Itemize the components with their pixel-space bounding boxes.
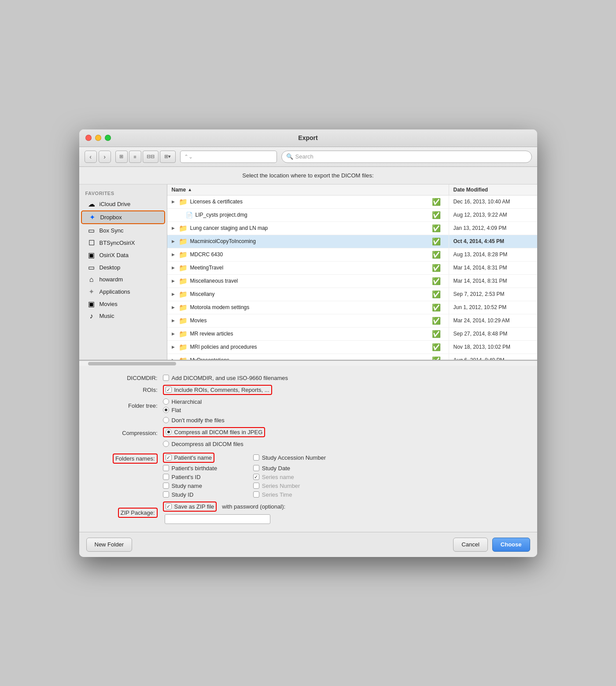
study-id-checkbox[interactable] bbox=[163, 491, 169, 498]
series-number-checkbox[interactable] bbox=[253, 483, 259, 489]
study-name-item: Study name bbox=[163, 483, 236, 489]
patient-id-checkbox[interactable] bbox=[163, 474, 169, 480]
search-placeholder: Search bbox=[295, 153, 314, 160]
patient-name-checkbox[interactable]: ✓ bbox=[166, 454, 172, 461]
zip-password-input[interactable] bbox=[165, 514, 270, 524]
dicomdir-checkbox[interactable] bbox=[163, 375, 169, 381]
window-controls bbox=[85, 135, 111, 141]
hierarchical-radio[interactable] bbox=[163, 398, 169, 405]
expand-arrow-icon: ▶ bbox=[172, 252, 176, 257]
decompress-label: Decompress all DICOM files bbox=[172, 441, 243, 447]
column-view-button[interactable]: ⊟⊟ bbox=[143, 151, 159, 163]
series-name-checkbox[interactable]: ✓ bbox=[253, 474, 259, 480]
file-date-cell: Aug 13, 2014, 8:28 PM bbox=[449, 249, 537, 260]
table-row[interactable]: ▶ 📁 MRI policies and procedures ✅ Nov 18… bbox=[167, 341, 537, 354]
compression-label: Compression: bbox=[92, 430, 163, 436]
path-bar[interactable]: ⌃⌄ bbox=[180, 151, 277, 163]
minimize-button[interactable] bbox=[95, 135, 101, 141]
study-accession-item: Study Accession Number bbox=[253, 453, 326, 463]
table-row[interactable]: ▶ 📁 Movies ✅ Mar 24, 2014, 10:29 AM bbox=[167, 314, 537, 328]
table-row[interactable]: ▶ 📁 MDCRC 6430 ✅ Aug 13, 2014, 8:28 PM bbox=[167, 248, 537, 262]
music-icon: ♪ bbox=[87, 312, 96, 320]
sidebar-item-icloud[interactable]: ☁ iCloud Drive bbox=[81, 198, 165, 210]
folders-names-outlined: Folders names: bbox=[113, 454, 158, 464]
expand-arrow-icon: ▶ bbox=[172, 199, 176, 204]
table-row[interactable]: ▶ 📁 Miscellany ✅ Sep 7, 2012, 2:53 PM bbox=[167, 288, 537, 301]
scrollbar[interactable] bbox=[79, 361, 537, 366]
back-button[interactable]: ‹ bbox=[85, 151, 97, 163]
table-row[interactable]: ▶ 📁 Miscellaneous travel ✅ Mar 14, 2014,… bbox=[167, 275, 537, 288]
cancel-button[interactable]: Cancel bbox=[453, 538, 487, 552]
table-row[interactable]: ▶ 📄 LIP_cysts project.dmg ✅ Aug 12, 2013… bbox=[167, 209, 537, 222]
file-name-cell: ▶ 📁 Lung cancer staging and LN map ✅ bbox=[167, 222, 449, 235]
table-row[interactable]: ▶ 📁 MacminicolCopyToIncoming ✅ Oct 4, 20… bbox=[167, 235, 537, 248]
folders-names-label: Folders names: bbox=[92, 453, 163, 464]
choose-button[interactable]: Choose bbox=[492, 538, 530, 552]
scrollbar-thumb[interactable] bbox=[88, 362, 176, 365]
table-row[interactable]: ▶ 📁 Motorola modem settings ✅ Jun 1, 201… bbox=[167, 301, 537, 314]
sidebar-item-applications[interactable]: ✦ Applications bbox=[81, 286, 165, 298]
maximize-button[interactable] bbox=[105, 135, 111, 141]
file-name-cell: ▶ 📁 MDCRC 6430 ✅ bbox=[167, 248, 449, 261]
rois-checkbox[interactable]: ✓ bbox=[166, 387, 172, 393]
search-icon: 🔍 bbox=[286, 153, 293, 160]
patient-birthdate-label: Patient's birthdate bbox=[172, 465, 218, 472]
study-date-checkbox[interactable] bbox=[253, 465, 259, 471]
sidebar-item-howardm[interactable]: ⌂ howardm bbox=[81, 274, 165, 285]
table-row[interactable]: ▶ 📁 Licenses & certificates ✅ Dec 16, 20… bbox=[167, 195, 537, 209]
patient-name-item: ✓ Patient's name bbox=[163, 453, 236, 463]
close-button[interactable] bbox=[85, 135, 92, 141]
study-name-checkbox[interactable] bbox=[163, 483, 169, 489]
decompress-radio[interactable] bbox=[163, 441, 169, 447]
sidebar-item-desktop[interactable]: ▭ Desktop bbox=[81, 262, 165, 273]
sync-check-icon: ✅ bbox=[432, 290, 441, 299]
patient-birthdate-checkbox[interactable] bbox=[163, 465, 169, 471]
dicomdir-text: Add DICOMDIR, and use ISO-9660 filenames bbox=[172, 375, 288, 381]
hierarchical-option: Hierarchical bbox=[163, 398, 202, 405]
options-panel: DICOMDIR: Add DICOMDIR, and use ISO-9660… bbox=[79, 366, 537, 532]
list-icon: ≡ bbox=[133, 154, 136, 159]
bottom-bar: New Folder Cancel Choose bbox=[79, 532, 537, 557]
file-name-cell: ▶ 📁 MeetingTravel ✅ bbox=[167, 262, 449, 274]
export-window: Export ‹ › ⊞ ≡ ⊟⊟ ⊞▾ ⌃⌄ bbox=[79, 129, 537, 557]
boxsync-icon: ▭ bbox=[87, 226, 96, 235]
sidebar-item-music[interactable]: ♪ Music bbox=[81, 310, 165, 322]
sidebar-item-boxsync[interactable]: ▭ Box Sync bbox=[81, 225, 165, 236]
no-modify-radio[interactable] bbox=[163, 417, 169, 423]
coverflow-icon: ⊞▾ bbox=[164, 154, 171, 159]
file-date-cell: Sep 27, 2014, 8:48 PM bbox=[449, 328, 537, 339]
table-row[interactable]: ▶ 📁 MeetingTravel ✅ Mar 14, 2014, 8:31 P… bbox=[167, 262, 537, 275]
rois-text: Include ROIs, Comments, Reports, ... bbox=[174, 387, 269, 393]
sidebar-item-osiriix[interactable]: ▣ OsiriX Data bbox=[81, 249, 165, 261]
compression-options: Don't modify the files Compress all DICO… bbox=[163, 417, 266, 449]
table-row[interactable]: ▶ 📁 Lung cancer staging and LN map ✅ Jan… bbox=[167, 222, 537, 235]
flat-radio[interactable] bbox=[163, 407, 169, 413]
forward-button[interactable]: › bbox=[99, 151, 111, 163]
search-bar[interactable]: 🔍 Search bbox=[281, 151, 532, 163]
new-folder-button[interactable]: New Folder bbox=[86, 538, 132, 552]
file-name-cell: ▶ 📁 MR review articles ✅ bbox=[167, 328, 449, 340]
zip-password-row bbox=[163, 514, 286, 524]
sidebar-item-dropbox[interactable]: ✦ Dropbox bbox=[81, 210, 165, 224]
study-accession-checkbox[interactable] bbox=[253, 454, 259, 461]
folder-icon: 📁 bbox=[179, 330, 188, 338]
file-name-cell: ▶ 📁 Motorola modem settings ✅ bbox=[167, 301, 449, 314]
sidebar-item-btsync[interactable]: ☐ BTSyncOsiriX bbox=[81, 237, 165, 249]
study-name-label: Study name bbox=[172, 483, 202, 489]
zip-label-text: ZIP Package: bbox=[121, 509, 155, 516]
icon-view-button[interactable]: ⊞ bbox=[115, 151, 128, 163]
series-time-checkbox[interactable] bbox=[253, 491, 259, 498]
jpeg-radio[interactable] bbox=[166, 429, 172, 435]
zip-checkbox[interactable]: ✓ bbox=[166, 503, 172, 509]
list-view-button[interactable]: ≡ bbox=[129, 151, 141, 163]
folder-icon: 📁 bbox=[179, 290, 188, 299]
file-date-cell: Mar 24, 2014, 10:29 AM bbox=[449, 315, 537, 326]
coverflow-button[interactable]: ⊞▾ bbox=[160, 151, 176, 163]
sync-check-icon: ✅ bbox=[432, 224, 441, 232]
table-row[interactable]: ▶ 📁 MyPresentations ✅ Aug 6, 2014, 8:49 … bbox=[167, 354, 537, 360]
table-row[interactable]: ▶ 📁 MR review articles ✅ Sep 27, 2014, 8… bbox=[167, 328, 537, 341]
sidebar-item-movies[interactable]: ▣ Movies bbox=[81, 298, 165, 310]
series-name-label: Series name bbox=[262, 474, 294, 480]
file-name-cell: ▶ 📁 MacminicolCopyToIncoming ✅ bbox=[167, 235, 449, 248]
file-browser: Favorites ☁ iCloud Drive ✦ Dropbox ▭ Box… bbox=[79, 184, 537, 361]
